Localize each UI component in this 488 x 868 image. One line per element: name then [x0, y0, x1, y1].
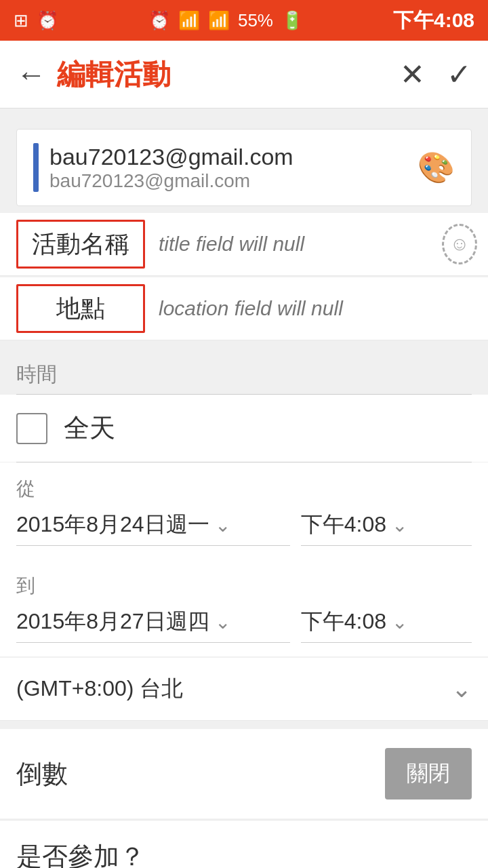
- rsvp-label: 是否參加？: [16, 840, 145, 868]
- account-info: bau720123@gmail.com bau720123@gmail.com: [33, 143, 293, 192]
- title-field-row: 活動名稱 ☺: [0, 213, 488, 276]
- grid-icon: ⊞: [14, 10, 28, 31]
- from-date-select[interactable]: 2015年8月24日週一 ⌄: [16, 510, 290, 546]
- from-time-text: 下午4:08: [301, 510, 386, 540]
- page-title: 編輯活動: [57, 56, 171, 94]
- account-section[interactable]: bau720123@gmail.com bau720123@gmail.com …: [16, 129, 472, 206]
- to-date-chevron[interactable]: ⌄: [215, 611, 230, 633]
- account-name: bau720123@gmail.com: [49, 144, 293, 170]
- account-sub: bau720123@gmail.com: [49, 170, 293, 192]
- from-label: 從: [0, 462, 488, 505]
- alarm2-icon: ⏰: [148, 10, 170, 31]
- timezone-text: (GMT+8:00) 台北: [16, 674, 183, 704]
- location-label: 地點: [16, 284, 145, 333]
- title-label: 活動名稱: [16, 220, 145, 269]
- location-input[interactable]: [145, 297, 488, 320]
- palette-icon[interactable]: 🎨: [418, 150, 455, 185]
- title-input[interactable]: [145, 233, 431, 256]
- time-section-label: 時間: [0, 342, 488, 394]
- countdown-row: 倒數 關閉: [0, 729, 488, 818]
- account-color-bar: [33, 143, 39, 192]
- top-bar: ← 編輯活動 ✕ ✓: [0, 41, 488, 108]
- alarm-icon: ⏰: [37, 10, 58, 31]
- allday-checkbox[interactable]: [16, 413, 47, 444]
- battery-text: 55%: [238, 10, 273, 31]
- to-date-select[interactable]: 2015年8月27日週四 ⌄: [16, 607, 290, 643]
- countdown-label: 倒數: [16, 757, 68, 791]
- allday-label: 全天: [64, 411, 115, 446]
- to-datetime-row: 2015年8月27日週四 ⌄ 下午4:08 ⌄: [0, 601, 488, 656]
- back-button[interactable]: ←: [16, 58, 46, 92]
- confirm-button[interactable]: ✓: [447, 57, 472, 92]
- close-button[interactable]: ✕: [400, 57, 425, 92]
- signal-icon: 📶: [208, 10, 230, 31]
- timezone-row[interactable]: (GMT+8:00) 台北 ⌄: [0, 658, 488, 721]
- smiley-icon[interactable]: ☺: [442, 224, 477, 264]
- from-date-text: 2015年8月24日週一: [16, 510, 209, 540]
- from-time-chevron[interactable]: ⌄: [392, 514, 407, 536]
- rsvp-row[interactable]: 是否參加？: [0, 820, 488, 868]
- to-time-select[interactable]: 下午4:08 ⌄: [301, 607, 472, 643]
- to-label: 到: [0, 559, 488, 601]
- top-bar-left: ← 編輯活動: [16, 56, 171, 94]
- status-bar: ⊞ ⏰ ⏰ 📶 📶 55% 🔋 下午4:08: [0, 0, 488, 41]
- from-datetime-row: 2015年8月24日週一 ⌄ 下午4:08 ⌄: [0, 505, 488, 559]
- status-left: ⊞ ⏰: [14, 10, 58, 31]
- battery-icon: 🔋: [281, 10, 303, 31]
- to-time-chevron[interactable]: ⌄: [392, 611, 407, 633]
- timezone-chevron[interactable]: ⌄: [451, 675, 472, 703]
- allday-row: 全天: [0, 395, 488, 462]
- from-time-select[interactable]: 下午4:08 ⌄: [301, 510, 472, 546]
- status-center: ⏰ 📶 📶 55% 🔋: [148, 10, 303, 31]
- to-date-text: 2015年8月27日週四: [16, 607, 209, 637]
- account-text: bau720123@gmail.com bau720123@gmail.com: [49, 144, 293, 192]
- status-time: 下午4:08: [393, 7, 474, 35]
- wifi-icon: 📶: [178, 10, 200, 31]
- main-content: bau720123@gmail.com bau720123@gmail.com …: [0, 108, 488, 868]
- location-field-row: 地點: [0, 277, 488, 340]
- to-time-text: 下午4:08: [301, 607, 386, 637]
- from-date-chevron[interactable]: ⌄: [215, 514, 230, 536]
- top-bar-actions: ✕ ✓: [400, 57, 472, 92]
- countdown-toggle[interactable]: 關閉: [385, 748, 472, 800]
